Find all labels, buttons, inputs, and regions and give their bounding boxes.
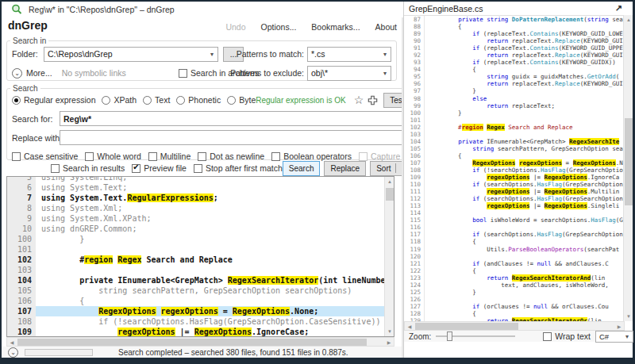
chevron-down-icon[interactable]: ▾ (379, 70, 391, 77)
line-number: 112 (404, 195, 425, 202)
preview-editor[interactable]: 87 private string DoPatternReplacement(s… (404, 15, 625, 321)
line-number: 108 (404, 167, 425, 174)
checkbox-wrap-text[interactable]: ✔ Wrap text (543, 331, 591, 341)
search-button[interactable]: Search (283, 161, 321, 176)
line-text: return replaceText.Replace(KEYWORD_GUI (425, 80, 625, 87)
patterns-exclude-label: Patterns to exclude: (230, 68, 304, 78)
menu-bookmarks[interactable]: Bookmarks... (311, 22, 360, 32)
replace-with-combobox[interactable]: ▾ (60, 130, 452, 145)
replace-button[interactable]: Replace (324, 161, 366, 176)
line-text: using dnGREP.Common; (36, 224, 394, 234)
zoom-slider[interactable] (436, 331, 515, 341)
scrollbar-thumb[interactable] (17, 339, 367, 346)
search-for-value: Reg\w* (60, 114, 440, 124)
window-frame: Reg\w* in "C:\Repos\dnGrep" – dnGrep – □… (0, 0, 635, 364)
line-number: 104 (404, 138, 425, 145)
code-line-7[interactable]: 7using System.Text.RegularExpressions; (7, 193, 394, 203)
menubar: Undo Options... Bookmarks... About (213, 22, 397, 32)
syntax-combobox[interactable]: C# ▾ (595, 331, 633, 343)
code-line-106[interactable]: 106 { (7, 296, 394, 306)
line-text: using System.Text.RegularExpressions; (36, 193, 394, 203)
folder-combobox[interactable]: C:\Repos\dnGrep ▾ (44, 47, 218, 62)
code-line-89: 89 if (replaceText.Contains(KEYWORD_GUID… (404, 30, 625, 37)
replace-with-label: Replace with: (12, 133, 60, 143)
code-line-5[interactable]: 5using System.Linq; (7, 176, 394, 182)
line-text: string searchPattern, GrepSearchOption s… (36, 285, 394, 296)
chevron-down-icon[interactable]: ▾ (622, 333, 633, 340)
menu-about[interactable]: About (375, 22, 397, 32)
scrollbar-thumb[interactable] (415, 323, 518, 330)
patterns-match-combobox[interactable]: *.cs ▾ (307, 47, 391, 62)
syntax-value: C# (596, 332, 622, 341)
code-line-103[interactable]: 103 (7, 265, 394, 275)
code-line-108[interactable]: 108 if (!searchOptions.HasFlag(GrepSearc… (7, 316, 394, 327)
scrollbar-thumb[interactable] (386, 188, 394, 201)
line-number: 118 (404, 238, 425, 245)
code-line-101[interactable]: 101 (7, 244, 394, 255)
line-number: 103 (404, 131, 425, 138)
code-line-100[interactable]: 100 } (7, 234, 394, 244)
scroll-up-icon[interactable]: ▲ (624, 15, 633, 25)
more-label[interactable]: More... (26, 68, 52, 78)
code-line-124: 124 text, andClauses, isWholeWord, (404, 282, 625, 289)
slider-thumb[interactable] (447, 331, 452, 341)
line-number: 106 (404, 152, 425, 159)
code-line-105[interactable]: 105 string searchPattern, GrepSearchOpti… (7, 285, 394, 296)
code-line-105: 105 string searchPattern, GrepSearchOpti… (404, 145, 625, 152)
line-number: 88 (404, 23, 425, 30)
patterns-exclude-combobox[interactable]: obj\* ▾ (307, 66, 391, 81)
code-line-95: 95 string guidx = guidxMatches.GetOrAdd( (404, 73, 625, 80)
status-expander-icon[interactable]: ⌄ (8, 347, 18, 358)
radio-regular-expression[interactable]: Regular expression (12, 95, 95, 105)
code-line-96: 96 return replaceText.Replace(KEYWORD_GU… (404, 80, 625, 87)
scroll-down-icon[interactable]: ▼ (624, 312, 633, 321)
code-line-102: 102 #region Regex Search and Replace (404, 124, 625, 131)
regex-validation-message: Regular expression is OK (256, 96, 345, 105)
scrollbar-thumb[interactable] (625, 118, 633, 205)
radio-byte[interactable]: Byte (227, 95, 256, 105)
search-group: Search Regular expression XPath Text (6, 84, 457, 160)
results-horizontal-scrollbar[interactable]: ◀ ▶ (6, 337, 394, 347)
code-line-8[interactable]: 8using System.Xml; (7, 203, 394, 213)
radio-xpath[interactable]: XPath (102, 95, 137, 105)
action-row: ✔ Search in results ✔ Preview file ✔ Sto… (6, 160, 397, 176)
code-line-107[interactable]: 107 RegexOptions regexOptions = RegexOpt… (7, 306, 394, 316)
scroll-up-icon[interactable]: ▲ (385, 177, 394, 186)
line-text: return replaceText; (425, 102, 625, 109)
line-text: if (orClauses != null && orClauses.Cou (425, 303, 625, 310)
menu-undo[interactable]: Undo (225, 22, 245, 32)
menu-options[interactable]: Options... (260, 22, 296, 32)
code-line-10[interactable]: 10using dnGREP.Common; (7, 224, 394, 234)
more-expander-icon[interactable]: ⌄ (12, 68, 22, 79)
code-line-102[interactable]: 102 #region Regex Search and Replace (7, 255, 394, 265)
code-line-99: 99 return replaceText; (404, 102, 625, 109)
code-line-104[interactable]: 104 private IEnumerable<GrepMatch> Regex… (7, 275, 394, 285)
preview-vertical-scrollbar[interactable]: ▲ ▼ (623, 15, 633, 321)
app-title: dnGrep (8, 19, 48, 32)
code-line-109[interactable]: 109 regexOptions |= RegexOptions.IgnoreC… (7, 327, 394, 337)
scroll-down-icon[interactable]: ▼ (385, 327, 394, 336)
chevron-down-icon[interactable]: ▾ (379, 51, 391, 58)
line-text: private string DoPatternReplacement(stri… (425, 16, 625, 23)
code-line-9[interactable]: 9using System.Xml.XPath; (7, 213, 394, 224)
radio-phonetic[interactable]: Phonetic (176, 95, 221, 105)
line-number: 119 (404, 246, 425, 253)
star-icon[interactable]: ☆ (354, 94, 364, 106)
preview-horizontal-scrollbar[interactable]: ◀ ▶ (404, 321, 625, 331)
code-line-6[interactable]: 6using System.Text; (7, 182, 394, 193)
line-text: #region Regex Search and Replace (36, 255, 394, 265)
line-text: using System.Text; (36, 182, 394, 193)
search-for-combobox[interactable]: Reg\w* ▾ (60, 111, 452, 126)
radio-text[interactable]: Text (143, 95, 170, 105)
magnifier-icon (11, 4, 22, 18)
line-number: 90 (404, 37, 425, 44)
checkbox-preview-file[interactable]: ✔ Preview file (132, 163, 187, 173)
open-external-icon[interactable]: ↗ (615, 3, 622, 13)
checkbox-stop-after-first-match[interactable]: ✔ Stop after first match (194, 163, 283, 173)
checkbox-search-in-results[interactable]: ✔ Search in results (51, 163, 125, 173)
chevron-down-icon[interactable]: ▾ (206, 51, 217, 58)
results-vertical-scrollbar[interactable]: ▲ ▼ (384, 177, 394, 336)
plus-icon[interactable] (368, 95, 378, 105)
search-for-label: Search for: (12, 114, 60, 124)
line-text (425, 209, 625, 216)
